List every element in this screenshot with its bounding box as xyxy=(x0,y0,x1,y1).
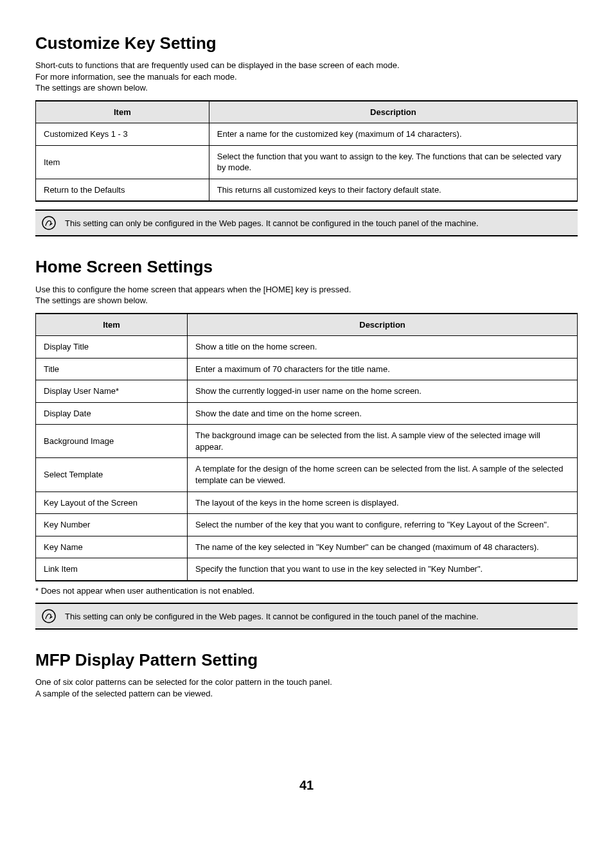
table-row: Display DateShow the date and time on th… xyxy=(36,402,578,425)
cell-desc: The layout of the keys in the home scree… xyxy=(188,492,578,514)
cell-desc: Select the function that you want to ass… xyxy=(209,145,577,179)
header-item: Item xyxy=(36,101,209,123)
section2-heading: Home Screen Settings xyxy=(35,256,578,278)
text-line: For more information, see the manuals fo… xyxy=(35,71,578,83)
table-row: Return to the Defaults This returns all … xyxy=(36,179,578,201)
section1-note: This setting can only be configured in t… xyxy=(35,209,578,236)
table-row: Key NumberSelect the number of the key t… xyxy=(36,514,578,536)
section2-intro: Use this to configure the home screen th… xyxy=(35,284,578,306)
cell-item: Key Layout of the Screen xyxy=(36,492,188,514)
cell-desc: Show the currently logged-in user name o… xyxy=(188,380,578,403)
svg-point-1 xyxy=(42,610,55,623)
section3-heading: MFP Display Pattern Setting xyxy=(35,649,578,671)
text-line: A sample of the selected pattern can be … xyxy=(35,688,578,700)
table-row: Display User Name*Show the currently log… xyxy=(36,380,578,403)
cell-item: Link Item xyxy=(36,558,188,581)
cell-desc: This returns all customized keys to thei… xyxy=(209,179,577,201)
text-line: The settings are shown below. xyxy=(35,295,578,306)
text-line: Use this to configure the home screen th… xyxy=(35,284,578,296)
table-row: Customized Keys 1 - 3 Enter a name for t… xyxy=(36,123,578,146)
cell-desc: Show a title on the home screen. xyxy=(188,336,578,359)
cell-desc: Show the date and time on the home scree… xyxy=(188,402,578,425)
cell-item: Customized Keys 1 - 3 xyxy=(36,123,209,146)
text-line: The settings are shown below. xyxy=(35,82,578,94)
table-row: Key NameThe name of the key selected in … xyxy=(36,536,578,558)
table-row: Background ImageThe background image can… xyxy=(36,425,578,458)
header-desc: Description xyxy=(209,101,577,123)
section1-heading: Customize Key Setting xyxy=(35,32,578,55)
cell-desc: Specify the function that you want to us… xyxy=(188,558,578,581)
cell-item: Return to the Defaults xyxy=(36,179,209,201)
table-row: Display TitleShow a title on the home sc… xyxy=(36,336,578,359)
cell-desc: The name of the key selected in "Key Num… xyxy=(188,536,578,558)
cell-item: Background Image xyxy=(36,425,188,458)
cell-desc: Select the number of the key that you wa… xyxy=(188,514,578,536)
cell-item: Display User Name* xyxy=(36,380,188,403)
cell-desc: Enter a name for the customized key (max… xyxy=(209,123,577,146)
section2-note: This setting can only be configured in t… xyxy=(35,603,578,630)
cell-item: Display Date xyxy=(36,402,188,425)
section3-intro: One of six color patterns can be selecte… xyxy=(35,677,578,699)
section1-intro: Short-cuts to functions that are frequen… xyxy=(35,60,578,94)
section2-footnote: * Does not appear when user authenticati… xyxy=(35,585,578,597)
table-header-row: Item Description xyxy=(36,101,578,123)
header-item: Item xyxy=(36,314,188,336)
note-text: This setting can only be configured in t… xyxy=(65,218,479,229)
page-number: 41 xyxy=(35,777,578,794)
cell-desc: Enter a maximum of 70 characters for the… xyxy=(188,358,578,380)
cell-item: Key Name xyxy=(36,536,188,558)
table-row: Select TemplateA template for the design… xyxy=(36,458,578,492)
note-icon xyxy=(42,216,56,230)
svg-point-0 xyxy=(42,217,55,229)
section2-table: Item Description Display TitleShow a tit… xyxy=(35,313,578,581)
note-text: This setting can only be configured in t… xyxy=(65,611,479,623)
table-header-row: Item Description xyxy=(36,314,578,336)
table-row: TitleEnter a maximum of 70 characters fo… xyxy=(36,358,578,380)
cell-item: Title xyxy=(36,358,188,380)
table-row: Link ItemSpecify the function that you w… xyxy=(36,558,578,581)
text-line: One of six color patterns can be selecte… xyxy=(35,677,578,688)
cell-item: Select Template xyxy=(36,458,188,492)
cell-item: Key Number xyxy=(36,514,188,536)
cell-desc: A template for the design of the home sc… xyxy=(188,458,578,492)
cell-desc: The background image can be selected fro… xyxy=(188,425,578,458)
section1-table: Item Description Customized Keys 1 - 3 E… xyxy=(35,100,578,202)
cell-item: Display Title xyxy=(36,336,188,359)
text-line: Short-cuts to functions that are frequen… xyxy=(35,60,578,71)
table-row: Key Layout of the ScreenThe layout of th… xyxy=(36,492,578,514)
cell-item: Item xyxy=(36,145,209,179)
note-icon xyxy=(42,609,56,623)
table-row: Item Select the function that you want t… xyxy=(36,145,578,179)
header-desc: Description xyxy=(188,314,578,336)
